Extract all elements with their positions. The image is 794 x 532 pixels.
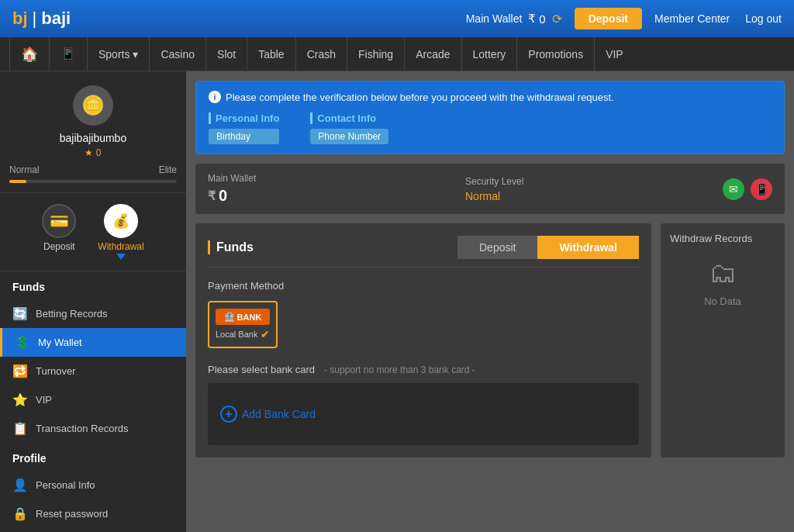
wallet-info-bar: Main Wallet ₹ 0 Security Level Normal ✉ … [195,164,785,214]
nav-vip-label: VIP [606,48,623,60]
nav-promotions[interactable]: Promotions [517,37,595,71]
sidebar-item-personal-info[interactable]: 👤 Personal Info [0,471,186,499]
header: bj | baji Main Wallet ₹ 0 ⟳ Deposit Memb… [0,0,794,37]
logo: bj | baji [12,9,71,29]
bank-card-section: Please select bank card - support no mor… [208,364,639,445]
nav-casino[interactable]: Casino [150,37,206,71]
nav-slot-label: Slot [217,48,236,60]
tab-withdrawal[interactable]: Withdrawal [537,236,639,259]
my-wallet-label: My Wallet [38,337,82,348]
wallet-info: Main Wallet ₹ 0 ⟳ [466,12,562,26]
tab-deposit[interactable]: Deposit [457,236,537,259]
deposit-button[interactable]: Deposit [575,8,642,29]
header-links: Member Center Log out [654,12,782,25]
withdraw-records-panel: Withdraw Records 🗂 No Data [661,223,785,458]
local-bank-card[interactable]: 🏦 BANK Local Bank ✔ [208,301,278,348]
sidebar: 🪙 bajibajibumbo ★ 0 Normal Elite 💳 Depos… [0,71,186,532]
chevron-down-icon: ▾ [133,48,138,60]
my-wallet-icon: 💲 [15,335,30,350]
withdrawal-label: Withdrawal [98,241,143,252]
logo-separator: | [33,9,37,29]
nav-sports[interactable]: Sports ▾ [88,37,150,71]
level-fill [9,180,26,183]
payment-options: 🏦 BANK Local Bank ✔ [208,301,639,348]
notice-sections: Personal Info Birthday Contact Info Phon… [209,112,772,144]
withdrawal-icon-circle: 💰 [104,204,138,238]
sidebar-item-betting-records[interactable]: 🔄 Betting Records [0,299,186,328]
username: bajibajibumbo [60,132,126,144]
logo-bj: bj [12,9,28,29]
no-data-text: No Data [704,295,741,307]
wallet-status-icons: ✉ 📱 [723,178,772,200]
security-value: Normal [465,190,723,202]
active-indicator [116,254,126,260]
sidebar-profile: 🪙 bajibajibumbo ★ 0 Normal Elite [0,71,186,193]
stars: ★ 0 [85,147,101,158]
reset-password-label: Reset password [36,508,108,520]
funds-section: Funds Deposit Withdrawal Payment Method … [195,223,651,458]
wallet-right: Security Level Normal [465,176,723,202]
mobile-icon: 📱 [60,47,76,61]
nav-home[interactable]: 🏠 [9,37,50,71]
sidebar-item-turnover[interactable]: 🔁 Turnover [0,357,186,385]
sidebar-item-my-wallet[interactable]: 💲 My Wallet [0,328,186,357]
sidebar-actions: 💳 Deposit 💰 Withdrawal [0,193,186,271]
check-icon: ✔ [261,328,270,340]
betting-records-icon: 🔄 [12,306,28,321]
bank-name: Local Bank [216,330,257,339]
sidebar-item-transaction-records[interactable]: 📋 Transaction Records [0,414,186,443]
funds-wrapper: Funds Deposit Withdrawal Payment Method … [195,223,651,458]
transaction-icon: 📋 [12,421,28,436]
wallet-left: Main Wallet ₹ 0 [208,173,465,205]
deposit-action[interactable]: 💳 Deposit [42,204,76,260]
member-center-link[interactable]: Member Center [654,12,730,25]
nav-lottery[interactable]: Lottery [462,37,518,71]
phone-status-icon: 📱 [751,178,772,200]
personal-info-icon: 👤 [12,478,28,492]
nav-mobile[interactable]: 📱 [50,37,88,71]
nav-table[interactable]: Table [247,37,295,71]
sidebar-item-reset-password[interactable]: 🔒 Reset password [0,499,186,528]
birthday-badge[interactable]: Birthday [209,129,279,144]
funds-section-title: Funds [0,271,186,299]
wallet-label: Main Wallet [208,173,465,184]
funds-tabs: Deposit Withdrawal [457,236,639,259]
profile-section-title: Profile [0,443,186,471]
bank-icon: 🏦 [224,312,235,322]
logout-link[interactable]: Log out [745,12,782,25]
phone-number-badge[interactable]: Phone Number [310,129,388,144]
bank-card-label: Please select bank card [208,364,315,375]
personal-info-section: Personal Info Birthday [209,112,279,144]
bank-logo: 🏦 BANK [216,309,270,325]
refresh-icon[interactable]: ⟳ [552,12,562,26]
sidebar-item-vip[interactable]: ⭐ VIP [0,385,186,414]
nav-crash[interactable]: Crash [296,37,347,71]
personal-info-section-label: Personal Info [209,112,279,124]
withdrawal-action[interactable]: 💰 Withdrawal [98,204,143,260]
add-bank-card-label: Add Bank Card [242,408,316,420]
nav-sports-label: Sports [98,48,129,60]
nav-fishing-label: Fishing [358,48,393,60]
add-bank-card-button[interactable]: + Add Bank Card [220,406,316,423]
nav-arcade[interactable]: Arcade [405,37,461,71]
nav-lottery-label: Lottery [473,48,506,60]
vip-icon: ⭐ [12,392,28,407]
notice-header: i Please complete the verification below… [209,91,772,103]
deposit-icon-circle: 💳 [42,204,76,238]
main-layout: 🪙 bajibajibumbo ★ 0 Normal Elite 💳 Depos… [0,71,794,532]
betting-records-label: Betting Records [36,308,108,320]
nav-vip[interactable]: VIP [595,37,634,71]
nav-fishing[interactable]: Fishing [347,37,405,71]
info-icon: i [209,91,221,103]
rupee-symbol: ₹ [208,188,216,203]
vip-label: VIP [36,394,52,406]
nav-slot[interactable]: Slot [206,37,247,71]
sidebar-item-inbox[interactable]: 📧 Inbox 1 [0,528,186,532]
nav-table-label: Table [258,48,284,60]
turnover-icon: 🔁 [12,364,28,378]
nav-arcade-label: Arcade [416,48,450,60]
funds-title: Funds [208,240,254,254]
level-bar: Normal Elite [9,164,177,175]
home-icon: 🏠 [21,46,38,63]
balance-value: 0 [539,12,545,26]
